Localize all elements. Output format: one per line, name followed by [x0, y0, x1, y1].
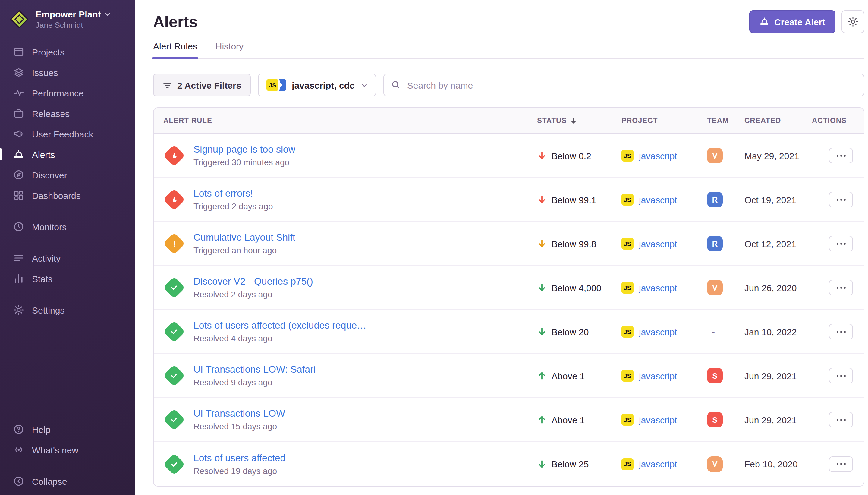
team-cell: -	[707, 326, 744, 337]
project-link[interactable]: javascript	[639, 326, 677, 337]
activity-icon	[13, 253, 24, 263]
actions-cell	[812, 236, 854, 252]
team-cell: V	[707, 148, 744, 164]
sidebar-item-issues[interactable]: Issues	[0, 62, 135, 83]
alerts-table: Alert Rule Status Project Team Created A…	[153, 107, 864, 487]
sidebar-item-settings[interactable]: Settings	[0, 300, 135, 320]
org-switcher[interactable]: Empower Plant Jane Schmidt	[0, 0, 135, 32]
col-project[interactable]: Project	[622, 116, 707, 125]
resolved-status-icon	[163, 453, 185, 475]
alert-rule-cell: Cumulative Layout ShiftTriggered an hour…	[163, 232, 537, 255]
project-link[interactable]: javascript	[639, 371, 677, 381]
sidebar-item-performance[interactable]: Performance	[0, 83, 135, 103]
col-alert-rule[interactable]: Alert Rule	[163, 116, 537, 125]
ellipsis-icon	[836, 419, 838, 421]
sidebar-item-what-s-new[interactable]: What's new	[0, 440, 135, 460]
alert-rule-cell: Lots of errors!Triggered 2 days ago	[163, 188, 537, 211]
alerts-page: Empower Plant Jane Schmidt ProjectsIssue…	[0, 0, 868, 495]
col-team[interactable]: Team	[707, 116, 744, 125]
row-actions-button[interactable]	[829, 236, 853, 252]
javascript-platform-icon: JS	[622, 370, 633, 382]
alert-rule-cell: Lots of users affectedResolved 19 days a…	[163, 453, 537, 475]
sidebar-item-alerts[interactable]: Alerts	[0, 144, 135, 165]
col-status[interactable]: Status	[537, 116, 622, 125]
created-date: Jun 29, 2021	[744, 414, 812, 425]
sidebar-item-label: Issues	[32, 67, 58, 78]
javascript-platform-icon: JS	[622, 238, 633, 250]
table-row: Lots of errors!Triggered 2 days agoBelow…	[154, 178, 864, 222]
alert-rule-link[interactable]: UI Transactions LOW	[193, 408, 285, 419]
search-box	[384, 73, 864, 97]
sidebar-item-label: Projects	[32, 47, 65, 57]
create-alert-button[interactable]: Create Alert	[749, 10, 835, 33]
sidebar-item-collapse[interactable]: Collapse	[0, 471, 135, 491]
project-cell: JSjavascript	[622, 458, 707, 470]
active-filters-button[interactable]: 2 Active Filters	[153, 73, 251, 97]
chevron-down-icon	[361, 82, 368, 88]
alert-rule-subtitle: Resolved 9 days ago	[193, 377, 315, 387]
project-link[interactable]: javascript	[639, 414, 677, 425]
collapse-icon	[13, 476, 24, 487]
sidebar-nav-group: HelpWhat's new	[0, 419, 135, 460]
row-actions-button[interactable]	[829, 456, 853, 472]
row-actions-button[interactable]	[829, 280, 853, 295]
ellipsis-icon	[836, 243, 838, 244]
team-cell: S	[707, 412, 744, 427]
project-filter-dropdown[interactable]: JS javascript, cdc	[258, 73, 376, 97]
page-header: Alerts Create Alert	[153, 0, 864, 34]
sidebar-item-label: Settings	[32, 305, 65, 315]
alert-rule-subtitle: Triggered 30 minutes ago	[193, 157, 295, 167]
tab-history[interactable]: History	[215, 41, 244, 58]
sidebar-item-discover[interactable]: Discover	[0, 165, 135, 185]
status-threshold: Below 20	[552, 326, 589, 337]
alert-rule-link[interactable]: Signup page is too slow	[193, 144, 295, 155]
alert-rule-cell: UI Transactions LOWResolved 15 days ago	[163, 408, 537, 431]
row-actions-button[interactable]	[829, 148, 853, 164]
alert-rule-link[interactable]: Cumulative Layout Shift	[193, 232, 295, 243]
ellipsis-icon	[836, 287, 838, 289]
sidebar-item-user-feedback[interactable]: User Feedback	[0, 124, 135, 144]
row-actions-button[interactable]	[829, 368, 853, 383]
settings-button[interactable]	[841, 10, 864, 33]
alert-rule-link[interactable]: Lots of errors!	[193, 188, 273, 199]
alert-rule-subtitle: Resolved 2 days ago	[193, 289, 313, 299]
status-cell: Above 1	[537, 371, 622, 381]
sidebar-item-help[interactable]: Help	[0, 419, 135, 440]
project-link[interactable]: javascript	[639, 459, 677, 469]
search-input[interactable]	[384, 73, 864, 97]
sidebar-item-projects[interactable]: Projects	[0, 41, 135, 62]
arrow-down-icon	[537, 151, 547, 160]
alert-rule-cell: Signup page is too slowTriggered 30 minu…	[163, 144, 537, 167]
project-cell: JSjavascript	[622, 370, 707, 382]
row-actions-button[interactable]	[829, 412, 853, 427]
alert-rule-link[interactable]: Discover V2 - Queries p75()	[193, 276, 313, 287]
project-link[interactable]: javascript	[639, 283, 677, 293]
status-threshold: Below 0.2	[552, 150, 591, 161]
col-created[interactable]: Created	[744, 116, 812, 125]
alert-rule-link[interactable]: Lots of users affected	[193, 453, 285, 463]
sidebar-item-label: Collapse	[32, 476, 67, 486]
project-link[interactable]: javascript	[639, 194, 677, 205]
sidebar-item-activity[interactable]: Activity	[0, 248, 135, 268]
row-actions-button[interactable]	[829, 324, 853, 339]
dashboards-icon	[13, 190, 24, 201]
sidebar-item-stats[interactable]: Stats	[0, 268, 135, 289]
sidebar-item-dashboards[interactable]: Dashboards	[0, 185, 135, 206]
sidebar-item-monitors[interactable]: Monitors	[0, 217, 135, 237]
sidebar-item-label: Dashboards	[32, 190, 81, 201]
team-avatar: R	[707, 192, 723, 207]
row-actions-button[interactable]	[829, 192, 853, 207]
header-actions: Create Alert	[749, 10, 864, 33]
created-date: Oct 12, 2021	[744, 238, 812, 249]
alert-rule-link[interactable]: Lots of users affected (excludes reque…	[193, 320, 366, 331]
sidebar-item-label: Activity	[32, 253, 60, 263]
sidebar-item-releases[interactable]: Releases	[0, 103, 135, 124]
project-link[interactable]: javascript	[639, 150, 677, 161]
tab-alert-rules[interactable]: Alert Rules	[153, 41, 197, 58]
project-link[interactable]: javascript	[639, 238, 677, 249]
sidebar-nav-group: Collapse	[0, 471, 135, 491]
sidebar-nav-group: ActivityStats	[0, 248, 135, 289]
discover-icon	[13, 169, 24, 180]
team-cell: S	[707, 368, 744, 383]
alert-rule-link[interactable]: UI Transactions LOW: Safari	[193, 364, 315, 375]
